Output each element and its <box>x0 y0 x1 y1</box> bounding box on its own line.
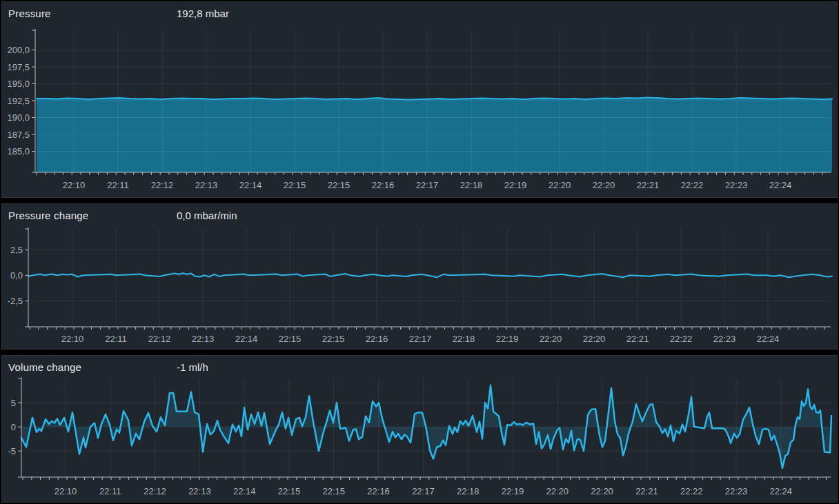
x-tick-label: 22:14 <box>239 180 262 190</box>
y-tick-label: 0 <box>11 422 16 432</box>
x-tick-label: 22:19 <box>504 180 527 190</box>
x-tick-label: 22:12 <box>144 486 166 496</box>
x-tick-label: 22:18 <box>457 486 480 496</box>
x-tick-label: 22:13 <box>192 334 215 344</box>
pressure-chart: 200,0197,5195,0192,5190,0187,5185,022:10… <box>2 2 838 199</box>
x-tick-label: 22:19 <box>496 334 519 344</box>
y-tick-label: 187,5 <box>7 130 30 140</box>
x-tick-label: 22:17 <box>409 334 432 344</box>
x-tick-label: 22:15 <box>284 180 306 190</box>
x-tick-label: 22:20 <box>583 334 606 344</box>
y-tick-label: 195,0 <box>7 79 30 89</box>
x-tick-label: 22:22 <box>670 334 693 344</box>
x-tick-label: 22:24 <box>757 334 780 344</box>
y-tick-label: -2,5 <box>8 296 23 306</box>
y-tick-label: 185,0 <box>7 146 30 157</box>
y-tick-label: 192,5 <box>7 96 30 106</box>
x-tick-label: 22:20 <box>593 180 615 190</box>
x-tick-label: 22:23 <box>713 334 736 344</box>
x-tick-label: 22:18 <box>453 334 475 344</box>
y-tick-label: 2,5 <box>10 245 23 255</box>
x-tick-label: 22:18 <box>460 180 483 190</box>
y-tick-label: 5 <box>11 398 16 408</box>
y-tick-label: -5 <box>8 446 16 456</box>
x-tick-label: 22:21 <box>637 180 660 190</box>
y-tick-label: 190,0 <box>7 112 30 123</box>
x-tick-label: 22:17 <box>416 180 439 190</box>
x-tick-label: 22:11 <box>99 486 121 496</box>
x-tick-label: 22:10 <box>63 180 86 190</box>
x-tick-label: 22:20 <box>540 334 562 344</box>
volume-change-chart: 50-522:1022:1122:1222:1322:1422:1522:152… <box>2 356 838 503</box>
x-tick-label: 22:21 <box>635 486 658 496</box>
pressure-panel: Pressure 192,8 mbar 200,0197,5195,0192,5… <box>1 1 838 198</box>
x-tick-label: 22:24 <box>770 486 793 496</box>
x-tick-label: 22:24 <box>769 180 792 190</box>
pressure-change-chart: 2,50,0-2,522:1022:1122:1222:1322:1422:15… <box>2 204 838 350</box>
x-tick-label: 22:20 <box>546 486 569 496</box>
x-tick-label: 22:13 <box>188 486 211 496</box>
x-tick-label: 22:22 <box>680 486 703 496</box>
pressure-change-panel: Pressure change 0,0 mbar/min 2,50,0-2,52… <box>1 203 838 350</box>
x-tick-label: 22:15 <box>322 334 345 344</box>
x-tick-label: 22:15 <box>323 486 346 496</box>
x-tick-label: 22:20 <box>591 486 613 496</box>
x-tick-label: 22:21 <box>626 334 649 344</box>
x-tick-label: 22:15 <box>279 334 302 344</box>
x-tick-label: 22:14 <box>235 334 258 344</box>
x-tick-label: 22:10 <box>61 334 84 344</box>
monitoring-dashboard: { "theme": { "background": "#000000", "p… <box>0 0 839 504</box>
x-tick-label: 22:11 <box>105 334 127 344</box>
x-tick-label: 22:12 <box>148 334 171 344</box>
pressure-change-series-line <box>28 273 832 277</box>
x-tick-label: 22:16 <box>367 486 390 496</box>
x-tick-label: 22:16 <box>366 334 388 344</box>
x-tick-label: 22:11 <box>107 180 129 190</box>
x-tick-label: 22:23 <box>725 486 748 496</box>
y-tick-label: 0,0 <box>10 270 23 281</box>
series-area-fill <box>37 98 832 172</box>
y-tick-label: 200,0 <box>7 45 30 55</box>
x-tick-label: 22:19 <box>502 486 524 496</box>
x-tick-label: 22:15 <box>328 180 351 190</box>
x-tick-label: 22:23 <box>725 180 748 190</box>
x-tick-label: 22:10 <box>55 486 77 496</box>
x-tick-label: 22:14 <box>233 486 256 496</box>
x-tick-label: 22:12 <box>151 180 174 190</box>
pressure-series-line <box>37 98 832 100</box>
x-tick-label: 22:17 <box>412 486 435 496</box>
volume-change-panel: Volume change -1 ml/h 50-522:1022:1122:1… <box>1 355 838 503</box>
x-tick-label: 22:20 <box>549 180 571 190</box>
x-tick-label: 22:22 <box>681 180 704 190</box>
y-tick-label: 197,5 <box>7 62 30 72</box>
x-tick-label: 22:15 <box>278 486 301 496</box>
x-tick-label: 22:16 <box>372 180 395 190</box>
x-tick-label: 22:13 <box>195 180 218 190</box>
